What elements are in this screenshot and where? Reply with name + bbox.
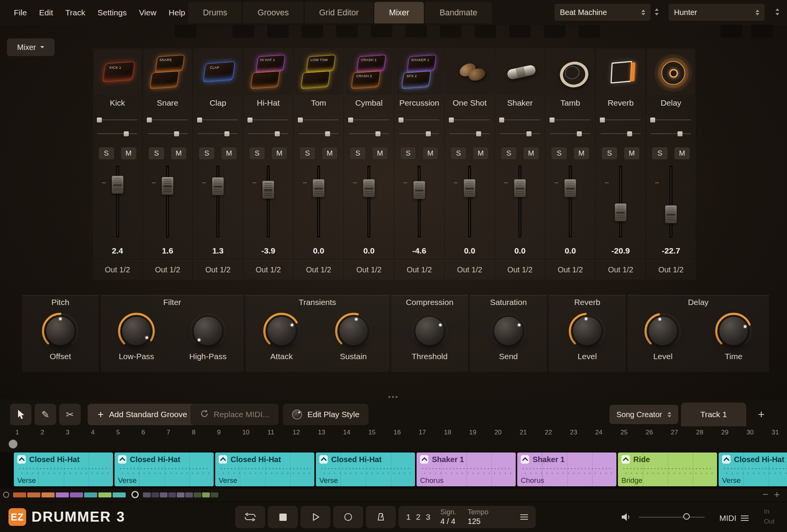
record-button[interactable] [333,506,363,528]
fader-handle[interactable] [313,179,324,197]
solo-button[interactable]: S [501,147,517,160]
pan-slider-bottom[interactable] [399,131,439,136]
tab-drums[interactable]: Drums [188,2,242,23]
tab-mixer[interactable]: Mixer [374,2,424,23]
pan-slider-top[interactable] [450,117,490,123]
collapse-chevron-icon[interactable] [17,455,26,464]
pad-image-cymbal[interactable]: CRASH 1CRASH 2 [345,50,392,95]
volume-fader[interactable] [116,166,119,238]
add-standard-groove-button[interactable]: + Add Standard Groove [88,404,197,425]
menu-file[interactable]: File [8,0,33,25]
volume-fader[interactable] [619,166,622,238]
menu-track[interactable]: Track [59,0,91,25]
pointer-tool-button[interactable] [10,404,32,425]
fader-handle[interactable] [413,181,425,199]
mute-button[interactable]: M [322,147,338,160]
knob-level[interactable] [567,311,607,351]
volume-fader[interactable] [216,166,219,238]
pan-slider-top[interactable] [601,117,641,123]
master-volume-slider[interactable] [639,517,705,518]
mute-button[interactable]: M [624,147,640,160]
volume-fader[interactable] [669,166,672,238]
pad-image-reverb[interactable] [597,50,644,95]
pan-slider-top[interactable] [500,117,540,123]
pan-slider-top[interactable] [349,117,389,123]
pan-slider-bottom[interactable] [601,131,641,136]
fader-handle[interactable] [514,179,526,197]
output-routing[interactable]: Out 1/2 [143,259,193,280]
mute-button[interactable]: M [573,147,589,160]
pan-slider-top[interactable] [651,117,691,123]
panel-resize-handle[interactable]: ••• [0,393,787,401]
knob-threshold[interactable] [410,311,450,351]
solo-button[interactable]: S [652,147,668,160]
fader-handle[interactable] [464,179,475,197]
collapse-chevron-icon[interactable] [722,455,731,464]
menu-settings[interactable]: Settings [91,0,133,25]
solo-button[interactable]: S [450,147,467,160]
pan-slider-bottom[interactable] [550,131,590,136]
collapse-chevron-icon[interactable] [521,455,529,464]
library-dropdown[interactable]: Beat Machine [555,4,651,21]
loop-button[interactable] [235,506,265,528]
pan-slider-top[interactable] [248,117,288,123]
pan-slider-top[interactable] [399,117,439,123]
volume-fader[interactable] [518,166,521,238]
output-routing[interactable]: Out 1/2 [93,259,142,280]
pan-slider-bottom[interactable] [248,131,288,136]
timeline-ruler[interactable]: 1234567891011121314151617181920212223242… [0,429,787,439]
fader-handle[interactable] [615,204,626,221]
preset-dropdown[interactable]: Hunter [669,4,765,21]
volume-fader[interactable] [418,166,421,238]
library-stepper[interactable] [655,8,659,15]
fader-handle[interactable] [665,206,677,223]
pan-slider-bottom[interactable] [500,131,540,136]
scissors-tool-button[interactable]: ✂ [59,404,81,425]
output-routing[interactable]: Out 1/2 [545,259,595,280]
solo-button[interactable]: S [601,147,618,160]
knob-low-pass[interactable] [116,311,156,351]
pan-slider-top[interactable] [299,117,339,123]
solo-button[interactable]: S [400,147,416,160]
output-routing[interactable]: Out 1/2 [596,259,646,280]
pan-slider-bottom[interactable] [98,131,137,136]
groove-block-closed-hi-hat[interactable]: Closed Hi-HatVerse [14,452,113,486]
knob-offset[interactable] [40,311,80,351]
metronome-button[interactable] [366,506,396,528]
mute-button[interactable]: M [171,147,187,160]
groove-block-closed-hi-hat[interactable]: Closed Hi-HatVerse [215,452,314,486]
groove-block-shaker-1[interactable]: Shaker 1Chorus [517,452,616,486]
volume-fader[interactable] [468,166,471,238]
fader-handle[interactable] [363,179,375,197]
collapse-chevron-icon[interactable] [219,455,227,464]
tab-bandmate[interactable]: Bandmate [425,2,492,23]
mute-button[interactable]: M [221,147,237,160]
view-selector-dropdown[interactable]: Mixer [7,38,55,56]
pan-slider-bottom[interactable] [450,131,490,136]
groove-block-closed-hi-hat[interactable]: Closed Hi-HatVerse [115,452,214,486]
pad-image-one-shot[interactable] [446,50,493,95]
pad-image-tamb[interactable] [547,50,594,95]
pan-slider-bottom[interactable] [198,131,238,136]
replace-midi-button[interactable]: Replace MIDI... [191,404,279,425]
groove-block-shaker-1[interactable]: Shaker 1Chorus [417,452,516,486]
pan-slider-bottom[interactable] [299,131,339,136]
output-routing[interactable]: Out 1/2 [294,259,344,280]
collapse-chevron-icon[interactable] [118,455,126,464]
knob-attack[interactable] [262,311,302,351]
mute-button[interactable]: M [422,147,438,160]
mute-button[interactable]: M [523,147,539,160]
fader-handle[interactable] [112,176,123,194]
zoom-in-button[interactable]: + [774,489,780,501]
output-routing[interactable]: Out 1/2 [495,259,545,280]
knob-level[interactable] [643,311,683,351]
knob-time[interactable] [714,311,754,351]
volume-fader[interactable] [166,166,169,238]
pan-slider-bottom[interactable] [349,131,389,136]
menu-edit[interactable]: Edit [33,0,59,25]
fader-handle[interactable] [212,177,224,195]
pad-image-clap[interactable]: CLAP [194,50,241,95]
solo-button[interactable]: S [148,147,164,160]
pan-slider-top[interactable] [198,117,238,123]
collapse-chevron-icon[interactable] [319,455,328,464]
